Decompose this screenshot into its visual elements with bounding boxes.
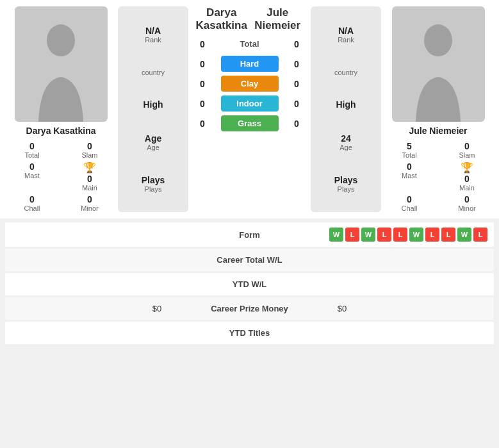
court-right-score-hard: 0: [288, 59, 306, 69]
right-player-silhouette: [406, 22, 470, 122]
court-row-total: 0Total0: [193, 36, 306, 52]
left-total-value: 0: [29, 141, 35, 151]
court-left-score-total: 0: [193, 39, 211, 49]
form-badge-l: L: [441, 228, 455, 242]
left-minor-value: 0: [87, 194, 92, 204]
center-left-name2: Kasatkina: [193, 19, 250, 32]
prize-right: $0: [325, 304, 487, 313]
right-total-label: Total: [402, 151, 416, 159]
left-rank-value: N/A: [145, 26, 161, 36]
center-right-name1: Jule: [250, 6, 306, 19]
left-mast-value: 0: [29, 162, 35, 172]
right-chall-label: Chall: [401, 204, 417, 212]
left-rank-label: Rank: [145, 36, 161, 44]
svg-point-0: [47, 24, 75, 56]
left-country-flag: country: [142, 69, 165, 76]
right-player-stats: 5 Total 0 Slam 0 Mast 🏆 0 Main 0: [384, 141, 493, 212]
court-left-score-clay: 0: [193, 79, 211, 89]
right-age-label: Age: [339, 144, 352, 151]
right-high: High: [316, 99, 376, 110]
left-main-value: 0: [87, 174, 92, 184]
right-rank-label: Rank: [338, 36, 354, 44]
court-right-score-clay: 0: [288, 79, 306, 89]
court-row-indoor: 0Indoor0: [193, 95, 306, 112]
right-high-value: High: [336, 99, 356, 110]
center-right-name2: Niemeier: [250, 19, 306, 32]
bottom-section: Form WLWLLWLLWL Career Total W/L YTD W/L…: [0, 219, 499, 350]
left-plays-label: Plays: [145, 185, 162, 193]
left-plays: Plays Plays: [123, 175, 183, 193]
right-chall-value: 0: [407, 194, 412, 204]
right-age-value: 24: [341, 133, 351, 144]
career-wl-label: Career Total W/L: [170, 255, 329, 265]
left-player-avatar: [15, 6, 108, 122]
right-main-label: Main: [459, 184, 475, 192]
form-badges-list: WLWLLWLLWL: [329, 228, 487, 242]
court-right-score-total: 0: [288, 39, 306, 49]
court-left-score-indoor: 0: [193, 99, 211, 109]
left-country: country: [123, 67, 183, 76]
center-section: Darya Kasatkina Jule Niemeier 0Total00Ha…: [191, 6, 308, 212]
court-badge-clay: Clay: [221, 76, 279, 92]
left-age-value: Age: [145, 133, 161, 144]
court-left-score-hard: 0: [193, 59, 211, 69]
ytd-titles-label: YTD Titles: [170, 328, 329, 338]
left-mast-label: Mast: [24, 172, 40, 179]
right-player-name: Jule Niemeier: [409, 126, 467, 136]
right-country-flag: country: [334, 69, 357, 76]
court-badge-grass: Grass: [221, 115, 279, 131]
svg-point-1: [424, 24, 452, 56]
form-badge-l: L: [345, 228, 359, 242]
right-country: country: [316, 67, 376, 76]
left-player-silhouette: [29, 22, 93, 122]
right-player-card: Jule Niemeier 5 Total 0 Slam 0 Mast 🏆 0: [384, 6, 493, 212]
court-row-grass: 0Grass0: [193, 115, 306, 131]
left-chall-label: Chall: [24, 204, 40, 212]
court-badge-total: Total: [221, 36, 279, 52]
center-left-name1: Darya: [193, 6, 250, 19]
left-rank: N/A Rank: [123, 26, 183, 44]
form-badge-w: W: [329, 228, 343, 242]
ytd-wl-row: YTD W/L: [5, 273, 494, 295]
form-badge-w: W: [409, 228, 423, 242]
center-names-row: Darya Kasatkina Jule Niemeier: [193, 6, 306, 32]
ytd-wl-label: YTD W/L: [170, 279, 329, 289]
form-badges-container: WLWLLWLLWL: [329, 228, 487, 242]
court-badge-indoor: Indoor: [221, 95, 279, 112]
prize-row: $0 Career Prize Money $0: [5, 297, 494, 320]
left-main-label: Main: [82, 184, 97, 192]
left-plays-value: Plays: [142, 175, 165, 185]
left-chall-value: 0: [29, 194, 35, 204]
form-badge-l: L: [377, 228, 391, 242]
right-age: 24 Age: [316, 133, 376, 151]
form-row: Form WLWLLWLLWL: [5, 222, 494, 247]
court-row-clay: 0Clay0: [193, 76, 306, 92]
court-badge-hard: Hard: [221, 56, 279, 72]
right-minor-value: 0: [464, 194, 470, 204]
form-label: Form: [170, 230, 329, 240]
prize-left: $0: [12, 304, 174, 313]
ytd-titles-row: YTD Titles: [5, 322, 494, 344]
court-left-score-grass: 0: [193, 119, 211, 129]
left-trophy-icon: 🏆: [83, 162, 96, 174]
right-total-value: 5: [407, 141, 412, 151]
right-slam-label: Slam: [459, 151, 475, 159]
court-right-score-indoor: 0: [288, 99, 306, 109]
court-right-score-grass: 0: [288, 119, 306, 129]
court-row-hard: 0Hard0: [193, 56, 306, 72]
left-high-value: High: [143, 99, 163, 110]
right-plays-value: Plays: [334, 175, 358, 185]
prize-label: Career Prize Money: [174, 304, 324, 313]
right-plays: Plays Plays: [316, 175, 376, 193]
left-total-label: Total: [24, 151, 39, 159]
court-rows: 0Total00Hard00Clay00Indoor00Grass0: [193, 36, 306, 135]
left-age: Age Age: [123, 133, 183, 151]
left-high: High: [123, 99, 183, 110]
right-mast-value: 0: [407, 162, 412, 172]
right-trophy-icon: 🏆: [461, 162, 473, 174]
form-badge-l: L: [473, 228, 487, 242]
left-info-card: N/A Rank country High Age Age Plays Play…: [118, 6, 188, 212]
left-slam-label: Slam: [81, 151, 97, 159]
right-rank-value: N/A: [338, 26, 354, 36]
right-info-card: N/A Rank country High 24 Age Plays Plays: [311, 6, 381, 212]
